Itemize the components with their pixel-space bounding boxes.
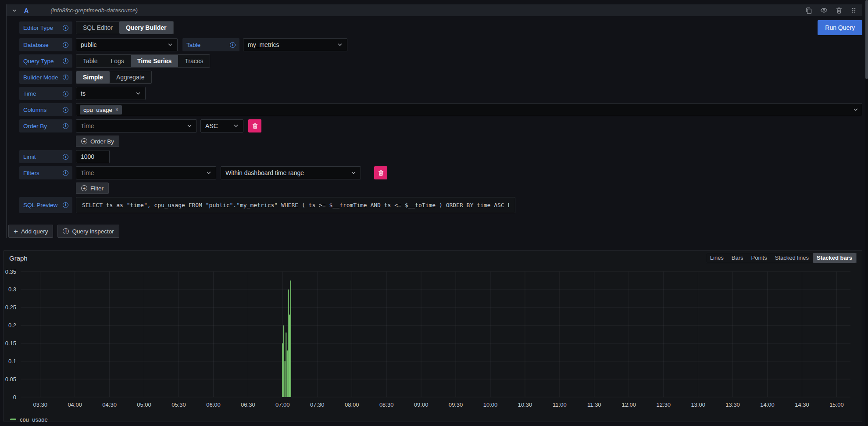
toggle-visibility-eye-icon[interactable] <box>820 7 828 14</box>
remove-filter-button[interactable] <box>374 166 387 179</box>
columns-multiselect[interactable]: cpu_usage × <box>76 103 862 116</box>
query-ref-id: A <box>24 7 29 14</box>
field-label-text: Time <box>23 90 36 97</box>
field-label-text: Limit <box>23 154 36 160</box>
delete-query-icon[interactable] <box>836 7 843 14</box>
field-label-order-by: Order By i <box>19 119 72 132</box>
drag-handle-icon[interactable] <box>850 7 857 14</box>
field-label-query-type: Query Type i <box>19 54 72 68</box>
svg-text:0.2: 0.2 <box>8 322 16 329</box>
duplicate-query-icon[interactable] <box>805 7 812 14</box>
field-label-text: SQL Preview <box>23 202 57 208</box>
svg-text:14:00: 14:00 <box>760 401 775 408</box>
database-value: public <box>81 41 168 48</box>
order-by-column-value: Time <box>81 122 187 129</box>
column-chip-cpu-usage[interactable]: cpu_usage × <box>80 105 122 115</box>
info-icon[interactable]: i <box>230 42 236 48</box>
chevron-down-icon <box>168 42 173 47</box>
draw-mode-points[interactable]: Points <box>747 253 771 263</box>
time-series-chart[interactable]: 00.050.10.150.20.250.30.3503:3004:0004:3… <box>4 265 862 415</box>
builder-mode-toggle: Simple Aggregate <box>76 71 152 84</box>
field-label-text: Filters <box>23 170 39 176</box>
svg-text:10:00: 10:00 <box>483 401 498 408</box>
builder-mode-option-aggregate[interactable]: Aggregate <box>110 71 151 83</box>
plus-circle-icon: + <box>81 138 87 144</box>
scrollbar-thumb[interactable] <box>865 0 868 79</box>
svg-text:11:30: 11:30 <box>587 401 601 408</box>
chevron-down-icon <box>206 170 211 175</box>
draw-mode-stacked-bars[interactable]: Stacked bars <box>813 253 856 263</box>
info-icon[interactable]: i <box>63 25 68 31</box>
info-icon[interactable]: i <box>63 42 68 48</box>
svg-text:0.35: 0.35 <box>5 268 16 275</box>
column-chip-label: cpu_usage <box>83 107 112 113</box>
field-label-text: Editor Type <box>23 25 53 31</box>
panel-title: Graph <box>9 254 28 262</box>
svg-text:08:00: 08:00 <box>345 401 359 408</box>
chart-legend: cpu_usage <box>4 415 862 422</box>
info-icon[interactable]: i <box>63 107 68 113</box>
svg-text:08:30: 08:30 <box>379 401 394 408</box>
scrollbar[interactable] <box>865 0 868 426</box>
plus-icon: + <box>14 228 18 235</box>
field-label-builder-mode: Builder Mode i <box>19 71 72 84</box>
time-column-select[interactable]: ts <box>76 87 146 100</box>
add-order-by-label: Order By <box>90 138 114 145</box>
collapse-chevron-icon[interactable] <box>12 8 17 13</box>
info-icon[interactable]: i <box>63 154 68 160</box>
table-value: my_metrics <box>248 41 337 48</box>
svg-text:10:30: 10:30 <box>518 401 532 408</box>
add-query-button[interactable]: + Add query <box>8 225 53 238</box>
query-inspector-label: Query inspector <box>72 228 114 235</box>
limit-input[interactable] <box>76 150 110 163</box>
database-select[interactable]: public <box>76 38 178 51</box>
query-type-option-traces[interactable]: Traces <box>178 55 210 67</box>
svg-text:04:30: 04:30 <box>102 401 117 408</box>
svg-text:0.1: 0.1 <box>8 358 16 365</box>
svg-text:13:30: 13:30 <box>725 401 740 408</box>
order-by-direction-select[interactable]: ASC <box>200 119 243 132</box>
chevron-down-icon[interactable] <box>853 107 858 112</box>
filter-condition-value: Within dashboard time range <box>225 169 351 176</box>
svg-text:0.3: 0.3 <box>8 286 16 293</box>
field-label-text: Query Type <box>23 58 54 64</box>
info-icon[interactable]: i <box>63 58 68 64</box>
legend-item-cpu-usage[interactable]: cpu_usage <box>20 416 48 422</box>
editor-type-option-query-builder[interactable]: Query Builder <box>119 21 173 34</box>
filter-column-select[interactable]: Time <box>76 166 216 179</box>
draw-mode-stacked-lines[interactable]: Stacked lines <box>771 253 813 263</box>
graph-panel: Graph Lines Bars Points Stacked lines St… <box>4 250 862 422</box>
chevron-down-icon <box>233 123 239 129</box>
query-type-option-table[interactable]: Table <box>76 55 104 67</box>
remove-column-icon[interactable]: × <box>115 107 118 113</box>
run-query-button[interactable]: Run Query <box>818 20 862 35</box>
info-icon[interactable]: i <box>63 91 68 97</box>
table-select[interactable]: my_metrics <box>243 38 347 51</box>
chart-canvas[interactable]: 00.050.10.150.20.250.30.3503:3004:0004:3… <box>4 265 853 413</box>
field-label-database: Database i <box>19 38 72 51</box>
trash-icon <box>252 123 258 129</box>
svg-text:09:00: 09:00 <box>414 401 429 408</box>
query-row-header[interactable]: A (info8fcc-greptimedb-datasource) <box>7 4 862 16</box>
draw-mode-lines[interactable]: Lines <box>706 253 728 263</box>
field-label-filters: Filters i <box>19 166 72 179</box>
draw-mode-bars[interactable]: Bars <box>728 253 747 263</box>
filter-condition-select[interactable]: Within dashboard time range <box>221 166 361 179</box>
info-icon[interactable]: i <box>63 123 68 129</box>
svg-text:07:30: 07:30 <box>310 401 325 408</box>
query-type-option-logs[interactable]: Logs <box>104 55 130 67</box>
query-type-option-time-series[interactable]: Time Series <box>131 55 178 67</box>
chevron-down-icon <box>136 91 141 96</box>
info-icon[interactable]: i <box>63 170 68 176</box>
builder-mode-option-simple[interactable]: Simple <box>76 71 110 83</box>
order-by-direction-value: ASC <box>205 122 233 129</box>
remove-order-by-button[interactable] <box>248 119 261 132</box>
query-inspector-button[interactable]: i Query inspector <box>57 225 119 238</box>
add-filter-button[interactable]: + Filter <box>76 183 109 194</box>
add-order-by-button[interactable]: + Order By <box>76 136 119 147</box>
info-icon[interactable]: i <box>63 75 68 80</box>
info-icon[interactable]: i <box>63 202 68 208</box>
editor-type-option-sql-editor[interactable]: SQL Editor <box>76 21 119 34</box>
svg-text:12:00: 12:00 <box>622 401 636 408</box>
order-by-column-select[interactable]: Time <box>76 119 197 132</box>
